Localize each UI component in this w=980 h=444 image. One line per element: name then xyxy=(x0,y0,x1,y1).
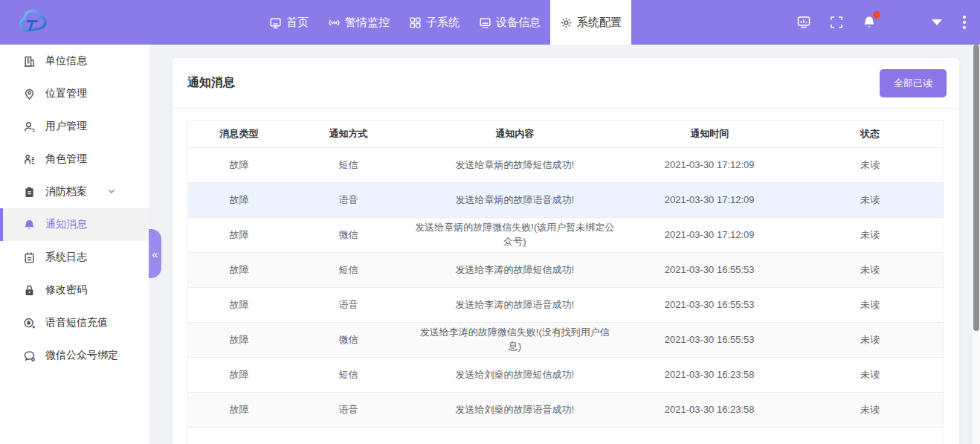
bell-icon[interactable] xyxy=(860,13,878,31)
table-cell: 2021-03-30 17:12:09 xyxy=(622,183,796,218)
nav-item-label: 系统配置 xyxy=(577,16,622,30)
table-cell: 故障 xyxy=(188,323,290,358)
card-header: 通知消息 全部已读 xyxy=(173,58,959,109)
wechat-icon xyxy=(23,350,36,362)
table-cell: 故障 xyxy=(188,358,290,393)
sidebar-collapse-toggle[interactable]: « xyxy=(149,229,161,278)
table-cell: 故障 xyxy=(188,218,290,253)
sidebar-item-label: 用户管理 xyxy=(45,120,87,133)
column-header-status: 状态 xyxy=(796,120,944,148)
table-cell: 发送给李涛的故障语音成功! xyxy=(407,288,622,323)
nav-item-subsystem[interactable]: 子系统 xyxy=(399,0,469,45)
sidebar-item-notifications[interactable]: 通知消息 xyxy=(0,208,149,241)
sidebar-item-label: 单位信息 xyxy=(45,54,87,68)
table-cell: 微信 xyxy=(290,323,407,358)
sidebar-item-unit-info[interactable]: 单位信息 xyxy=(0,45,149,77)
sidebar-item-label: 微信公众号绑定 xyxy=(45,349,118,362)
table-header-row: 消息类型 通知方式 通知内容 通知时间 状态 xyxy=(188,120,944,148)
table-cell: 2021-03-30 16:55:53 xyxy=(622,288,796,323)
table-row[interactable]: 故障短信发送给李涛的故障短信成功!2021-03-30 16:55:53未读 xyxy=(188,253,944,288)
sidebar-item-roles[interactable]: 角色管理 xyxy=(0,143,149,176)
caret-down-icon[interactable] xyxy=(932,19,942,25)
table-cell: 未读 xyxy=(796,393,944,428)
sidebar-item-label: 系统日志 xyxy=(45,251,87,264)
sidebar-item-label: 角色管理 xyxy=(45,152,87,166)
table-cell: 语音 xyxy=(290,288,407,323)
log-icon xyxy=(23,251,36,264)
sidebar-item-wechat-binding[interactable]: 微信公众号绑定 xyxy=(0,339,149,372)
sidebar-item-change-password[interactable]: 修改密码 xyxy=(0,274,149,306)
sidebar-item-users[interactable]: 用户管理 xyxy=(0,110,149,143)
lock-icon xyxy=(23,284,36,297)
table-cell xyxy=(290,428,407,444)
table-cell: 2021-03-30 16:55:53 xyxy=(622,323,796,358)
nav-item-device-info[interactable]: 设备信息 xyxy=(469,0,550,45)
column-header-notify-time: 通知时间 xyxy=(622,120,796,148)
page-scrollbar-thumb[interactable] xyxy=(973,45,979,331)
table-cell: 未读 xyxy=(796,323,944,358)
page-scrollbar-track[interactable] xyxy=(973,45,980,444)
nav-item-alarm-monitor[interactable]: 警情监控 xyxy=(318,0,399,45)
table-cell: 发送给李涛的故障短信成功! xyxy=(407,253,622,288)
notification-dot xyxy=(873,11,880,19)
table-cell: 语音 xyxy=(290,393,407,428)
table-cell: 未读 xyxy=(796,253,944,288)
table-cell: 发送给李涛的故障微信失败!(没有找到用户信息) xyxy=(407,323,622,358)
kebab-menu-icon[interactable] xyxy=(960,14,969,30)
nav-item-label: 子系统 xyxy=(426,16,460,30)
table-cell xyxy=(796,428,944,444)
page-title: 通知消息 xyxy=(187,75,235,91)
mark-all-read-button[interactable]: 全部已读 xyxy=(880,69,947,97)
table-cell: 发送给刘燊的故障短信成功! xyxy=(407,358,622,393)
sidebar-item-label: 语音短信充值 xyxy=(45,316,108,329)
table-cell: 语音 xyxy=(290,183,407,218)
nav-item-label: 首页 xyxy=(286,16,309,30)
table-cell: 故障 xyxy=(188,393,290,428)
table-row[interactable]: 故障语音发送给章炳的故障语音成功!2021-03-30 17:12:09未读 xyxy=(188,183,944,218)
user-icon xyxy=(23,120,36,133)
nav-item-home[interactable]: 首页 xyxy=(259,0,318,45)
notification-table-body: 故障短信发送给章炳的故障短信成功!2021-03-30 17:12:09未读故障… xyxy=(188,148,944,444)
table-row[interactable]: 故障语音发送给李涛的故障语音成功!2021-03-30 16:55:53未读 xyxy=(188,288,944,323)
table-cell: 未读 xyxy=(796,183,944,218)
table-cell: 未读 xyxy=(796,148,944,183)
device-info-icon xyxy=(479,16,491,29)
table-cell: 故障 xyxy=(188,288,290,323)
table-row-partial xyxy=(188,428,944,444)
table-cell: 未读 xyxy=(796,218,944,253)
nav-item-system-config[interactable]: 系统配置 xyxy=(550,0,631,45)
notification-card: 通知消息 全部已读 消息类型 通知方式 通知内容 通知时间 状态 故障短信发送给 xyxy=(173,58,959,444)
sidebar-item-voice-sms-recharge[interactable]: 语音短信充值 xyxy=(0,306,149,339)
table-cell: 故障 xyxy=(188,253,290,288)
column-header-notify-content: 通知内容 xyxy=(407,120,622,148)
table-row[interactable]: 故障微信发送给章炳的故障微信失败!(该用户暂未绑定公众号)2021-03-30 … xyxy=(188,218,944,253)
table-cell: 2021-03-30 16:23:58 xyxy=(622,393,796,428)
table-row[interactable]: 故障短信发送给刘燊的故障短信成功!2021-03-30 16:23:58未读 xyxy=(188,358,944,393)
fullscreen-icon[interactable] xyxy=(828,13,845,31)
table-cell: 2021-03-30 16:55:53 xyxy=(622,253,796,288)
table-container: 消息类型 通知方式 通知内容 通知时间 状态 故障短信发送给章炳的故障短信成功!… xyxy=(173,109,959,444)
table-cell xyxy=(622,428,796,444)
sidebar-item-location[interactable]: 位置管理 xyxy=(0,77,149,110)
column-header-message-type: 消息类型 xyxy=(188,120,290,148)
main-nav: 首页 警情监控 子系统 设备信息 系统配置 xyxy=(259,0,631,45)
table-cell: 未读 xyxy=(796,358,944,393)
table-cell: 短信 xyxy=(290,253,407,288)
data-screen-icon[interactable] xyxy=(795,13,813,31)
sidebar-item-system-log[interactable]: 系统日志 xyxy=(0,241,149,274)
sidebar-item-label: 修改密码 xyxy=(45,283,87,297)
table-row[interactable]: 故障短信发送给章炳的故障短信成功!2021-03-30 17:12:09未读 xyxy=(188,148,944,183)
table-row[interactable]: 故障语音发送给刘燊的故障语音成功!2021-03-30 16:23:58未读 xyxy=(188,393,944,428)
settings-icon xyxy=(560,16,573,29)
table-cell: 发送给章炳的故障语音成功! xyxy=(407,183,622,218)
table-row[interactable]: 故障微信发送给李涛的故障微信失败!(没有找到用户信息)2021-03-30 16… xyxy=(188,323,944,358)
table-cell xyxy=(188,428,290,444)
nav-item-label: 设备信息 xyxy=(496,16,541,30)
table-cell: 故障 xyxy=(188,183,290,218)
recharge-icon xyxy=(23,317,36,329)
chevron-down-icon xyxy=(107,186,116,198)
cloud-logo xyxy=(16,8,51,36)
location-icon xyxy=(23,88,36,100)
sidebar-item-fire-archive[interactable]: 消防档案 xyxy=(0,176,149,208)
bell-icon xyxy=(23,219,36,231)
